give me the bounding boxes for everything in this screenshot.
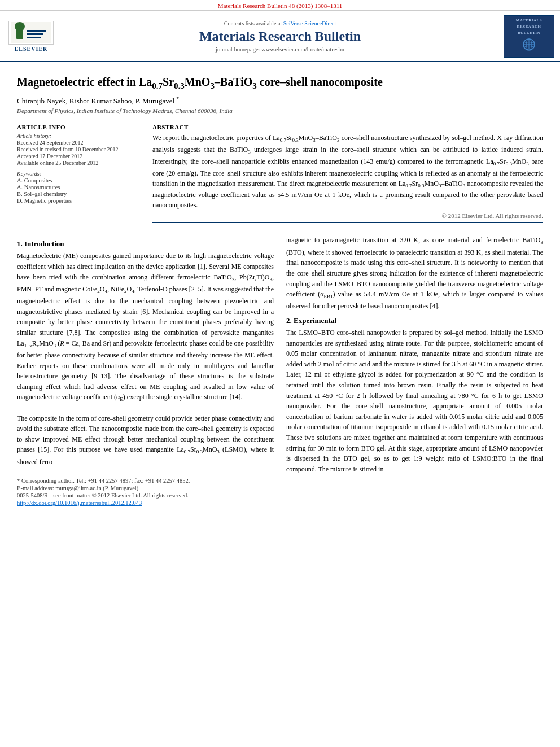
received-revised-date: Received in revised form 10 December 201… xyxy=(17,146,141,152)
svg-rect-5 xyxy=(27,37,41,38)
main-content: Magnetoelectric effect in La0.7Sr0.3MnO3… xyxy=(0,62,560,513)
sciverse-line: Contents lists available at SciVerse Sci… xyxy=(56,20,504,27)
affiliation: Department of Physics, Indian Institute … xyxy=(17,107,543,114)
available-date: Available online 25 December 2012 xyxy=(17,160,141,166)
section1-right-text: magnetic to paramagnetic transition at 3… xyxy=(286,235,543,312)
body-content: 1. Introduction Magnetoelectric (ME) com… xyxy=(17,235,543,507)
elsevier-logo-box xyxy=(8,21,54,45)
journal-citation: Materials Research Bulletin 48 (2013) 13… xyxy=(218,2,342,9)
footnote-corresponding: * Corresponding author. Tel.: +91 44 225… xyxy=(17,478,274,484)
article-title: Magnetoelectric effect in La0.7Sr0.3MnO3… xyxy=(17,75,543,92)
journal-title: Materials Research Bulletin xyxy=(56,28,504,45)
section1-text: Magnetoelectric (ME) composites gained i… xyxy=(17,251,274,404)
section1-title: 1. Introduction xyxy=(17,239,274,248)
section2-text: The LSMO–BTO core–shell nanopowder is pr… xyxy=(286,327,543,474)
journal-homepage: journal homepage: www.elsevier.com/locat… xyxy=(56,46,504,53)
footnote-email: E-mail address: muruga@iitm.ac.in (P. Mu… xyxy=(17,485,274,491)
abstract-section: ABSTRACT We report the magnetoelectric p… xyxy=(152,120,543,224)
history-label: Article history: xyxy=(17,133,141,139)
abstract-head: ABSTRACT xyxy=(152,124,543,130)
svg-point-2 xyxy=(15,22,25,31)
keyword-4: D. Magnetic properties xyxy=(17,198,141,204)
sciverse-link[interactable]: SciVerse ScienceDirect xyxy=(283,20,336,27)
body-left-col: 1. Introduction Magnetoelectric (ME) com… xyxy=(17,235,274,507)
journal-header: ELSEVIER Contents lists available at Sci… xyxy=(0,11,560,62)
footnote-area: * Corresponding author. Tel.: +91 44 225… xyxy=(17,475,274,506)
footnote-doi[interactable]: http://dx.doi.org/10.1016/j.materresbull… xyxy=(17,500,274,506)
copyright-line: © 2012 Elsevier Ltd. All rights reserved… xyxy=(152,212,543,219)
keyword-2: A. Nanostructures xyxy=(17,184,141,190)
elsevier-logo: ELSEVIER xyxy=(6,21,56,52)
keyword-3: B. Sol–gel chemistry xyxy=(17,191,141,197)
section2-title: 2. Experimental xyxy=(286,316,543,325)
content-divider xyxy=(17,229,543,229)
svg-rect-4 xyxy=(27,33,43,35)
article-info-head: ARTICLE INFO xyxy=(17,124,141,130)
keyword-1: A. Composites xyxy=(17,177,141,184)
article-info-box: ARTICLE INFO Article history: Received 2… xyxy=(17,120,141,208)
received-date: Received 24 September 2012 xyxy=(17,139,141,146)
body-right-col: magnetic to paramagnetic transition at 3… xyxy=(286,235,543,507)
keywords-section: Keywords: A. Composites A. Nanostructure… xyxy=(17,171,141,204)
authors: Chiranjib Nayek, Kishor Kumar Sahoo, P. … xyxy=(17,95,543,106)
footnote-issn: 0025-5408/$ – see front matter © 2012 El… xyxy=(17,492,274,499)
article-meta-section: ARTICLE INFO Article history: Received 2… xyxy=(17,120,543,224)
keywords-head: Keywords: xyxy=(17,171,141,177)
elsevier-label: ELSEVIER xyxy=(15,46,48,52)
article-info-col: ARTICLE INFO Article history: Received 2… xyxy=(17,120,141,224)
journal-center: Contents lists available at SciVerse Sci… xyxy=(56,20,504,53)
accepted-date: Accepted 17 December 2012 xyxy=(17,153,141,159)
journal-header-bar: Materials Research Bulletin 48 (2013) 13… xyxy=(0,0,560,11)
svg-rect-3 xyxy=(27,30,46,32)
journal-logo-box: MATERIALS RESEARCH BULLETIN xyxy=(504,15,554,58)
abstract-text: We report the magnetoelectric properties… xyxy=(152,133,543,211)
abstract-col: ABSTRACT We report the magnetoelectric p… xyxy=(152,120,543,224)
section1-text2: The composite in the form of core–shell … xyxy=(17,413,274,468)
